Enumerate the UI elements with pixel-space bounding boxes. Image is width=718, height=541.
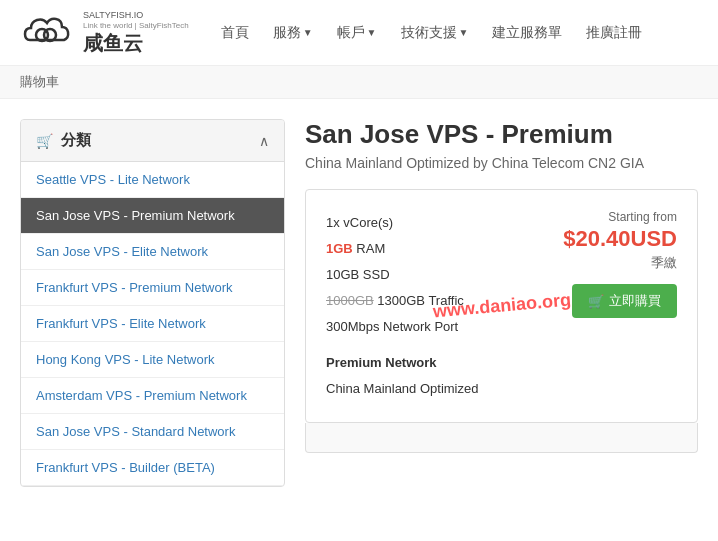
- nav-item-order[interactable]: 建立服務單: [480, 16, 574, 50]
- spec-ssd: 10GB SSD: [326, 262, 478, 288]
- buy-btn-label: 立即購買: [609, 292, 661, 310]
- collapse-icon[interactable]: ∧: [259, 133, 269, 149]
- sidebar-item-frankfurt-builder[interactable]: Frankfurt VPS - Builder (BETA): [21, 450, 284, 486]
- spec-traffic: 1000GB 1300GB Traffic: [326, 288, 478, 314]
- breadcrumb-text: 購物車: [20, 74, 59, 89]
- sidebar-item-seattle[interactable]: Seattle VPS - Lite Network: [21, 162, 284, 198]
- product-pricing: Starting from $20.40USD 季繳 🛒 立即購買: [563, 210, 677, 318]
- nav-item-register[interactable]: 推廣註冊: [574, 16, 654, 50]
- sidebar-link-frankfurt-premium[interactable]: Frankfurt VPS - Premium Network: [36, 280, 233, 295]
- chevron-down-icon-3: ▼: [459, 27, 469, 38]
- nav-item-services[interactable]: 服務▼: [261, 16, 325, 50]
- product-card: www.daniao.org 1x vCore(s) 1GB RAM 10GB …: [305, 189, 698, 423]
- traffic-new: 1300GB Traffic: [377, 293, 463, 308]
- chevron-down-icon-2: ▼: [367, 27, 377, 38]
- sidebar-category-label: 分類: [61, 131, 91, 150]
- spec-port: 300Mbps Network Port: [326, 314, 478, 340]
- logo-site-name: SALTYFISH.IO: [83, 10, 189, 21]
- sidebar-link-frankfurt-builder[interactable]: Frankfurt VPS - Builder (BETA): [36, 460, 215, 475]
- sidebar-item-hongkong-lite[interactable]: Hong Kong VPS - Lite Network: [21, 342, 284, 378]
- ram-value: 1GB: [326, 241, 353, 256]
- main-content: 🛒 分類 ∧ Seattle VPS - Lite Network San Jo…: [0, 99, 718, 507]
- logo-chinese: 咸鱼云: [83, 31, 189, 55]
- sidebar-label-sanjose-premium: San Jose VPS - Premium Network: [36, 208, 235, 223]
- chevron-down-icon: ▼: [303, 27, 313, 38]
- sidebar-header: 🛒 分類 ∧: [21, 120, 284, 162]
- sidebar-link-frankfurt-elite[interactable]: Frankfurt VPS - Elite Network: [36, 316, 206, 331]
- product-title: San Jose VPS - Premium: [305, 119, 698, 150]
- price-value: $20.40USD: [563, 228, 677, 250]
- product-specs: 1x vCore(s) 1GB RAM 10GB SSD 1000GB 1300…: [326, 210, 478, 402]
- sidebar-link-seattle[interactable]: Seattle VPS - Lite Network: [36, 172, 190, 187]
- network-sub: China Mainland Optimized: [326, 376, 478, 402]
- sidebar-item-amsterdam-premium[interactable]: Amsterdam VPS - Premium Network: [21, 378, 284, 414]
- buy-now-button[interactable]: 🛒 立即購買: [572, 284, 677, 318]
- sidebar-item-sanjose-premium[interactable]: San Jose VPS - Premium Network: [21, 198, 284, 234]
- sidebar-header-left: 🛒 分類: [36, 131, 91, 150]
- product-subtitle: China Mainland Optimized by China Teleco…: [305, 155, 698, 171]
- buy-btn-icon: 🛒: [588, 294, 604, 309]
- sidebar: 🛒 分類 ∧ Seattle VPS - Lite Network San Jo…: [20, 119, 285, 487]
- sidebar-item-sanjose-standard[interactable]: San Jose VPS - Standard Network: [21, 414, 284, 450]
- sidebar-item-frankfurt-premium[interactable]: Frankfurt VPS - Premium Network: [21, 270, 284, 306]
- cart-icon: 🛒: [36, 133, 53, 149]
- starting-from-label: Starting from: [608, 210, 677, 224]
- sidebar-link-sanjose-elite[interactable]: San Jose VPS - Elite Network: [36, 244, 208, 259]
- sidebar-item-frankfurt-elite[interactable]: Frankfurt VPS - Elite Network: [21, 306, 284, 342]
- sidebar-link-amsterdam-premium[interactable]: Amsterdam VPS - Premium Network: [36, 388, 247, 403]
- nav-item-support[interactable]: 技術支援▼: [389, 16, 481, 50]
- breadcrumb: 購物車: [0, 66, 718, 99]
- main-nav: 首頁 服務▼ 帳戶▼ 技術支援▼ 建立服務單 推廣註冊: [209, 16, 655, 50]
- logo-area: SALTYFISH.IO Link the world | SaltyFishT…: [20, 10, 189, 55]
- sidebar-link-hongkong-lite[interactable]: Hong Kong VPS - Lite Network: [36, 352, 214, 367]
- price-period: 季繳: [651, 254, 677, 272]
- logo-text-block: SALTYFISH.IO Link the world | SaltyFishT…: [83, 10, 189, 54]
- product-network-info: Premium Network China Mainland Optimized: [326, 350, 478, 402]
- product-area: San Jose VPS - Premium China Mainland Op…: [305, 119, 698, 487]
- logo-tagline: Link the world | SaltyFishTech: [83, 21, 189, 31]
- ram-suffix: RAM: [353, 241, 386, 256]
- nav-item-home[interactable]: 首頁: [209, 16, 261, 50]
- header: SALTYFISH.IO Link the world | SaltyFishT…: [0, 0, 718, 66]
- spec-vcores: 1x vCore(s): [326, 210, 478, 236]
- traffic-old: 1000GB: [326, 293, 374, 308]
- logo-icon: [20, 10, 75, 55]
- sidebar-link-sanjose-standard[interactable]: San Jose VPS - Standard Network: [36, 424, 235, 439]
- nav-item-account[interactable]: 帳戶▼: [325, 16, 389, 50]
- more-products-bar: [305, 423, 698, 453]
- spec-ram: 1GB RAM: [326, 236, 478, 262]
- network-name: Premium Network: [326, 350, 478, 376]
- sidebar-item-sanjose-elite[interactable]: San Jose VPS - Elite Network: [21, 234, 284, 270]
